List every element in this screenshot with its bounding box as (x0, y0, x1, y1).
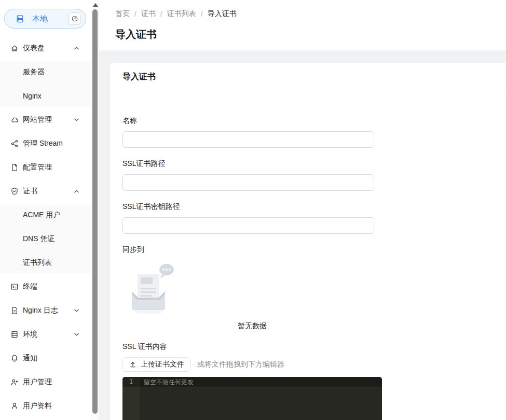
workspace-name: 本地 (32, 14, 48, 24)
bell-icon (10, 354, 19, 362)
sidebar-item-dashboard[interactable]: 仪表盘 (0, 38, 91, 59)
sidebar-item-label: 网站管理 (23, 115, 52, 124)
sidebar-item-label: 用户资料 (23, 401, 52, 411)
sidebar-item-label: 证书列表 (23, 258, 52, 268)
upload-hint: 或将文件拖拽到下方编辑器 (197, 360, 284, 369)
certificate-content-editor[interactable]: 1 留空不做任何更改 (122, 377, 382, 420)
share-icon (10, 139, 19, 148)
chevron-down-icon (74, 309, 79, 313)
sidebar-item-user-profile[interactable]: 用户资料 (0, 396, 91, 416)
page-header: 首页 / 证书 / 证书列表 / 导入证书 导入证书 (99, 0, 506, 50)
empty-text: 暂无数据 (122, 321, 382, 331)
chevron-down-icon (74, 118, 79, 122)
sidebar-item-label: 证书 (23, 187, 37, 196)
content-area: 导入证书 名称 SSL证书路径 SSL证书密钥路径 同步到 (99, 50, 506, 420)
breadcrumb-separator: / (201, 10, 203, 18)
sidebar-item-user-management[interactable]: 用户管理 (0, 372, 91, 393)
sidebar-item-config[interactable]: 配置管理 (0, 157, 91, 178)
key-path-input[interactable] (122, 217, 374, 234)
content-label: SSL 证书内容 (122, 342, 382, 352)
user-icon (10, 402, 19, 410)
breadcrumb-certificate-list[interactable]: 证书列表 (167, 9, 196, 19)
breadcrumb-separator: / (134, 10, 136, 18)
user-add-icon (10, 378, 19, 386)
chevron-down-icon (74, 332, 79, 337)
dashboard-gauge-button[interactable] (69, 12, 81, 25)
home-icon (10, 44, 19, 52)
sidebar-item-dns-credentials[interactable]: DNS 凭证 (0, 229, 91, 249)
sidebar-scrollbar[interactable] (91, 0, 99, 420)
sidebar-item-label: 管理 Stream (23, 139, 63, 148)
scrollbar-up-arrow-icon[interactable] (93, 3, 98, 7)
breadcrumb-certificates[interactable]: 证书 (141, 9, 156, 19)
sidebar-item-label: Nginx 日志 (23, 306, 58, 315)
certificate-icon (10, 187, 19, 195)
sidebar-item-notifications[interactable]: 通知 (0, 348, 91, 369)
file-icon (10, 163, 19, 172)
form-item-cert-path: SSL证书路径 (122, 159, 382, 191)
editor-line-number: 1 (122, 378, 140, 385)
main-area: 首页 / 证书 / 证书列表 / 导入证书 导入证书 导入证书 名称 SSL证书… (99, 0, 506, 420)
sidebar-item-nginx[interactable]: Nginx (0, 86, 91, 106)
name-label: 名称 (122, 116, 382, 125)
card-body: 名称 SSL证书路径 SSL证书密钥路径 同步到 (110, 91, 506, 420)
form-item-content: SSL 证书内容 上传证书文件 或将文件拖拽到下方编辑器 (122, 342, 382, 420)
sidebar-item-label: 仪表盘 (23, 44, 45, 53)
sidebar-item-nginx-logs[interactable]: Nginx 日志 (0, 300, 91, 321)
certificates-submenu: ACME 用户 DNS 凭证 证书列表 (0, 205, 91, 273)
form-item-name: 名称 (122, 116, 382, 148)
sidebar-menu: 仪表盘 服务器 Nginx 网站管理 (0, 38, 91, 416)
empty-state: 暂无数据 (122, 260, 382, 331)
sidebar-item-label: 配置管理 (23, 163, 52, 172)
empty-illustration-icon (122, 261, 176, 318)
upload-button-label: 上传证书文件 (141, 360, 184, 369)
breadcrumb: 首页 / 证书 / 证书列表 / 导入证书 (115, 9, 506, 19)
key-path-label: SSL证书密钥路径 (122, 202, 382, 212)
sidebar-item-label: 通知 (23, 354, 37, 363)
sidebar-item-label: 环境 (23, 330, 37, 339)
sidebar-item-certificates[interactable]: 证书 (0, 181, 91, 202)
breadcrumb-home[interactable]: 首页 (115, 9, 130, 19)
form-item-sync: 同步到 (122, 245, 382, 331)
database-icon (10, 330, 19, 339)
cloud-icon (10, 116, 19, 124)
scrollbar-thumb[interactable] (92, 9, 98, 414)
terminal-icon (10, 283, 19, 291)
sidebar-item-label: Nginx (23, 92, 42, 100)
sidebar-item-label: 用户管理 (23, 377, 52, 387)
workspace-selector[interactable]: 本地 (4, 9, 86, 29)
sync-label: 同步到 (122, 245, 382, 255)
sidebar: 本地 仪表盘 服务器 Nginx (0, 0, 91, 420)
card-title: 导入证书 (110, 63, 506, 91)
sidebar-item-sites[interactable]: 网站管理 (0, 109, 91, 130)
upload-icon (129, 361, 136, 368)
chevron-up-icon (74, 46, 79, 50)
dashboard-submenu: 服务器 Nginx (0, 62, 91, 106)
breadcrumb-current: 导入证书 (208, 9, 237, 19)
breadcrumb-separator: / (160, 10, 162, 18)
name-input[interactable] (122, 131, 374, 148)
sidebar-item-streams[interactable]: 管理 Stream (0, 133, 91, 154)
upload-row: 上传证书文件 或将文件拖拽到下方编辑器 (122, 357, 382, 372)
sidebar-item-server[interactable]: 服务器 (0, 62, 91, 82)
sidebar-item-label: ACME 用户 (23, 211, 60, 220)
sidebar-item-terminal[interactable]: 终端 (0, 276, 91, 297)
sidebar-item-label: DNS 凭证 (23, 234, 54, 244)
editor-placeholder: 留空不做任何更改 (144, 378, 194, 387)
sidebar-item-acme-users[interactable]: ACME 用户 (0, 205, 91, 226)
upload-certificate-button[interactable]: 上传证书文件 (122, 357, 191, 372)
server-rack-icon (16, 15, 24, 23)
cert-path-input[interactable] (122, 174, 374, 191)
chevron-up-icon (74, 189, 79, 193)
sidebar-item-certificate-list[interactable]: 证书列表 (0, 253, 91, 273)
cert-path-label: SSL证书路径 (122, 159, 382, 169)
sidebar-item-label: 服务器 (23, 67, 45, 77)
import-certificate-card: 导入证书 名称 SSL证书路径 SSL证书密钥路径 同步到 (110, 63, 506, 420)
file-text-icon (10, 306, 19, 315)
page-title: 导入证书 (115, 27, 506, 41)
sidebar-item-environments[interactable]: 环境 (0, 324, 91, 345)
form-item-key-path: SSL证书密钥路径 (122, 202, 382, 234)
sidebar-item-label: 终端 (23, 282, 37, 291)
